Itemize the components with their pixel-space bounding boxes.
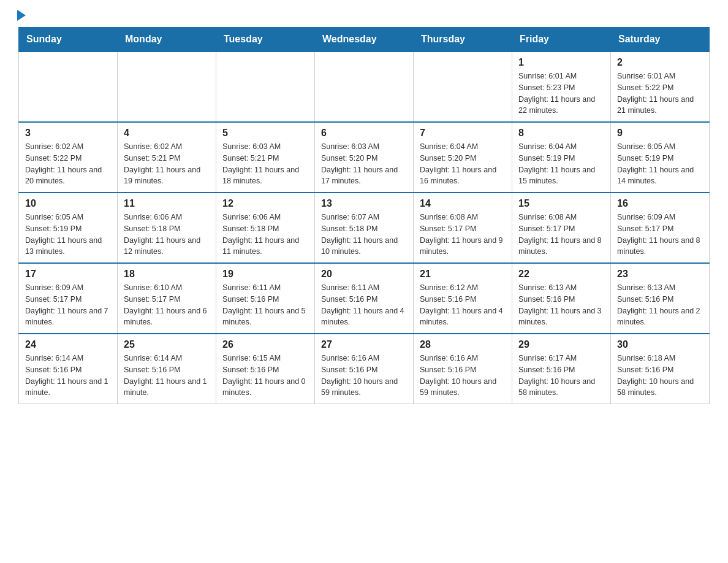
- calendar-cell: 3Sunrise: 6:02 AMSunset: 5:22 PMDaylight…: [19, 122, 118, 193]
- weekday-header-sunday: Sunday: [19, 28, 118, 52]
- day-number: 30: [617, 339, 703, 350]
- calendar-cell: 11Sunrise: 6:06 AMSunset: 5:18 PMDayligh…: [118, 193, 216, 263]
- day-number: 21: [420, 269, 506, 280]
- calendar-cell: [216, 52, 315, 122]
- day-number: 22: [518, 269, 604, 280]
- day-number: 26: [222, 339, 308, 350]
- calendar-cell: 29Sunrise: 6:17 AMSunset: 5:16 PMDayligh…: [512, 334, 611, 404]
- day-info: Sunrise: 6:09 AMSunset: 5:17 PMDaylight:…: [25, 282, 111, 328]
- day-number: 3: [25, 128, 111, 139]
- calendar-cell: 4Sunrise: 6:02 AMSunset: 5:21 PMDaylight…: [118, 122, 216, 193]
- day-number: 17: [25, 269, 111, 280]
- calendar-cell: [414, 52, 512, 122]
- day-info: Sunrise: 6:16 AMSunset: 5:16 PMDaylight:…: [321, 353, 407, 399]
- calendar-cell: 16Sunrise: 6:09 AMSunset: 5:17 PMDayligh…: [611, 193, 710, 263]
- day-number: 20: [321, 269, 407, 280]
- calendar-cell: 12Sunrise: 6:06 AMSunset: 5:18 PMDayligh…: [216, 193, 315, 263]
- calendar-cell: [315, 52, 414, 122]
- calendar-cell: 17Sunrise: 6:09 AMSunset: 5:17 PMDayligh…: [19, 263, 118, 334]
- day-info: Sunrise: 6:07 AMSunset: 5:18 PMDaylight:…: [321, 212, 407, 258]
- calendar-cell: 15Sunrise: 6:08 AMSunset: 5:17 PMDayligh…: [512, 193, 611, 263]
- day-number: 29: [518, 339, 604, 350]
- calendar-cell: 23Sunrise: 6:13 AMSunset: 5:16 PMDayligh…: [611, 263, 710, 334]
- weekday-header-thursday: Thursday: [414, 28, 512, 52]
- day-number: 18: [124, 269, 210, 280]
- calendar-cell: 30Sunrise: 6:18 AMSunset: 5:16 PMDayligh…: [611, 334, 710, 404]
- calendar-cell: 5Sunrise: 6:03 AMSunset: 5:21 PMDaylight…: [216, 122, 315, 193]
- calendar-cell: 9Sunrise: 6:05 AMSunset: 5:19 PMDaylight…: [611, 122, 710, 193]
- weekday-header-wednesday: Wednesday: [315, 28, 414, 52]
- day-number: 24: [25, 339, 111, 350]
- calendar-cell: 8Sunrise: 6:04 AMSunset: 5:19 PMDaylight…: [512, 122, 611, 193]
- day-number: 5: [222, 128, 308, 139]
- calendar-cell: 14Sunrise: 6:08 AMSunset: 5:17 PMDayligh…: [414, 193, 512, 263]
- calendar-week-row: 1Sunrise: 6:01 AMSunset: 5:23 PMDaylight…: [19, 52, 710, 122]
- day-info: Sunrise: 6:04 AMSunset: 5:19 PMDaylight:…: [518, 141, 604, 187]
- day-number: 6: [321, 128, 407, 139]
- day-info: Sunrise: 6:06 AMSunset: 5:18 PMDaylight:…: [124, 212, 210, 258]
- day-info: Sunrise: 6:14 AMSunset: 5:16 PMDaylight:…: [25, 353, 111, 399]
- day-info: Sunrise: 6:05 AMSunset: 5:19 PMDaylight:…: [617, 141, 703, 187]
- day-info: Sunrise: 6:08 AMSunset: 5:17 PMDaylight:…: [420, 212, 506, 258]
- weekday-header-friday: Friday: [512, 28, 611, 52]
- calendar-table: SundayMondayTuesdayWednesdayThursdayFrid…: [18, 27, 710, 404]
- day-info: Sunrise: 6:18 AMSunset: 5:16 PMDaylight:…: [617, 353, 703, 399]
- day-info: Sunrise: 6:01 AMSunset: 5:23 PMDaylight:…: [518, 71, 604, 117]
- weekday-header-tuesday: Tuesday: [216, 28, 315, 52]
- day-number: 16: [617, 198, 703, 209]
- day-info: Sunrise: 6:11 AMSunset: 5:16 PMDaylight:…: [321, 282, 407, 328]
- day-info: Sunrise: 6:13 AMSunset: 5:16 PMDaylight:…: [617, 282, 703, 328]
- day-number: 2: [617, 57, 703, 68]
- calendar-cell: 20Sunrise: 6:11 AMSunset: 5:16 PMDayligh…: [315, 263, 414, 334]
- day-number: 9: [617, 128, 703, 139]
- day-info: Sunrise: 6:01 AMSunset: 5:22 PMDaylight:…: [617, 71, 703, 117]
- day-number: 25: [124, 339, 210, 350]
- day-info: Sunrise: 6:08 AMSunset: 5:17 PMDaylight:…: [518, 212, 604, 258]
- day-info: Sunrise: 6:15 AMSunset: 5:16 PMDaylight:…: [222, 353, 308, 399]
- calendar-week-row: 3Sunrise: 6:02 AMSunset: 5:22 PMDaylight…: [19, 122, 710, 193]
- day-info: Sunrise: 6:04 AMSunset: 5:20 PMDaylight:…: [420, 141, 506, 187]
- calendar-cell: 24Sunrise: 6:14 AMSunset: 5:16 PMDayligh…: [19, 334, 118, 404]
- calendar-cell: 2Sunrise: 6:01 AMSunset: 5:22 PMDaylight…: [611, 52, 710, 122]
- day-number: 19: [222, 269, 308, 280]
- calendar-cell: 6Sunrise: 6:03 AMSunset: 5:20 PMDaylight…: [315, 122, 414, 193]
- day-info: Sunrise: 6:17 AMSunset: 5:16 PMDaylight:…: [518, 353, 604, 399]
- day-number: 27: [321, 339, 407, 350]
- calendar-cell: 25Sunrise: 6:14 AMSunset: 5:16 PMDayligh…: [118, 334, 216, 404]
- calendar-cell: 22Sunrise: 6:13 AMSunset: 5:16 PMDayligh…: [512, 263, 611, 334]
- day-info: Sunrise: 6:09 AMSunset: 5:17 PMDaylight:…: [617, 212, 703, 258]
- day-number: 14: [420, 198, 506, 209]
- day-info: Sunrise: 6:06 AMSunset: 5:18 PMDaylight:…: [222, 212, 308, 258]
- day-number: 23: [617, 269, 703, 280]
- day-number: 4: [124, 128, 210, 139]
- calendar-week-row: 10Sunrise: 6:05 AMSunset: 5:19 PMDayligh…: [19, 193, 710, 263]
- calendar-cell: 10Sunrise: 6:05 AMSunset: 5:19 PMDayligh…: [19, 193, 118, 263]
- day-info: Sunrise: 6:13 AMSunset: 5:16 PMDaylight:…: [518, 282, 604, 328]
- calendar-week-row: 17Sunrise: 6:09 AMSunset: 5:17 PMDayligh…: [19, 263, 710, 334]
- weekday-header-monday: Monday: [118, 28, 216, 52]
- logo: [18, 12, 26, 21]
- calendar-cell: [118, 52, 216, 122]
- day-info: Sunrise: 6:11 AMSunset: 5:16 PMDaylight:…: [222, 282, 308, 328]
- day-info: Sunrise: 6:02 AMSunset: 5:22 PMDaylight:…: [25, 141, 111, 187]
- calendar-cell: 1Sunrise: 6:01 AMSunset: 5:23 PMDaylight…: [512, 52, 611, 122]
- day-number: 11: [124, 198, 210, 209]
- weekday-header-saturday: Saturday: [611, 28, 710, 52]
- day-number: 28: [420, 339, 506, 350]
- logo-triangle-icon: [17, 10, 26, 21]
- day-number: 12: [222, 198, 308, 209]
- calendar-cell: 27Sunrise: 6:16 AMSunset: 5:16 PMDayligh…: [315, 334, 414, 404]
- page-header: [18, 12, 710, 21]
- day-info: Sunrise: 6:03 AMSunset: 5:21 PMDaylight:…: [222, 141, 308, 187]
- day-info: Sunrise: 6:10 AMSunset: 5:17 PMDaylight:…: [124, 282, 210, 328]
- day-info: Sunrise: 6:03 AMSunset: 5:20 PMDaylight:…: [321, 141, 407, 187]
- calendar-cell: [19, 52, 118, 122]
- day-info: Sunrise: 6:16 AMSunset: 5:16 PMDaylight:…: [420, 353, 506, 399]
- day-number: 8: [518, 128, 604, 139]
- calendar-cell: 7Sunrise: 6:04 AMSunset: 5:20 PMDaylight…: [414, 122, 512, 193]
- calendar-cell: 21Sunrise: 6:12 AMSunset: 5:16 PMDayligh…: [414, 263, 512, 334]
- calendar-cell: 19Sunrise: 6:11 AMSunset: 5:16 PMDayligh…: [216, 263, 315, 334]
- day-info: Sunrise: 6:02 AMSunset: 5:21 PMDaylight:…: [124, 141, 210, 187]
- day-number: 1: [518, 57, 604, 68]
- calendar-cell: 13Sunrise: 6:07 AMSunset: 5:18 PMDayligh…: [315, 193, 414, 263]
